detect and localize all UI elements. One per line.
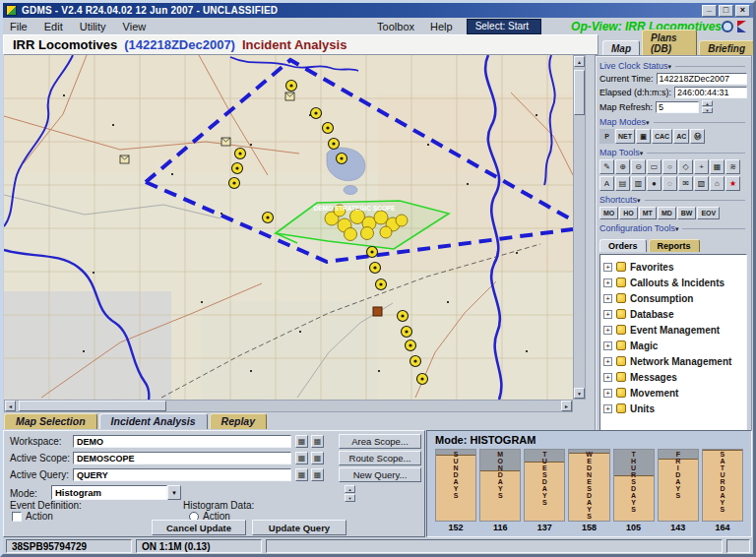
tree-item-favorites[interactable]: +Favorites (603, 259, 743, 275)
mode-dropdown[interactable]: Histogram (51, 485, 181, 500)
unit-marker[interactable] (373, 307, 382, 316)
shortcut-button-md[interactable]: MD (658, 207, 676, 219)
map-tool-icon[interactable]: ⊕ (615, 159, 630, 174)
workspace-field[interactable]: DEMO (73, 435, 291, 448)
map-tool-icon[interactable]: + (694, 159, 709, 174)
minimize-button[interactable] (702, 5, 717, 17)
chevron-down-icon[interactable] (167, 485, 181, 500)
current-time-field[interactable]: 142218ZDec2007 (657, 73, 747, 85)
expand-icon[interactable]: + (603, 310, 612, 319)
map-horizontal-scrollbar[interactable] (4, 400, 573, 412)
new-query-button[interactable]: New Query... (339, 467, 421, 482)
expand-icon[interactable]: + (603, 294, 612, 303)
query-edit-icon[interactable] (311, 468, 324, 481)
tab-plans-db[interactable]: Plans (DB) (642, 30, 697, 55)
tree-item-consumption[interactable]: +Consumption (603, 290, 743, 306)
map-tool-icon[interactable]: ★ (725, 176, 740, 191)
cancel-update-button[interactable]: Cancel Update (152, 520, 246, 535)
tab-map-selection[interactable]: Map Selection (4, 413, 97, 429)
globe-icon[interactable] (722, 21, 733, 32)
tab-incident-analysis[interactable]: Incident Analysis (99, 413, 208, 429)
query-browse-icon[interactable] (295, 468, 308, 481)
horizontal-scroll-thumb[interactable] (19, 401, 166, 411)
menu-file[interactable]: File (10, 21, 28, 32)
tree-item-callouts-incidents[interactable]: +Callouts & Incidents (603, 275, 743, 290)
flag-icon[interactable] (737, 21, 746, 32)
map-refresh-field[interactable]: 5 (656, 101, 699, 113)
shortcut-button-eov[interactable]: EOV (697, 207, 720, 219)
vertical-scroll-thumb[interactable] (574, 70, 585, 115)
expand-icon[interactable]: + (603, 373, 612, 382)
workspace-edit-icon[interactable] (311, 435, 324, 448)
map-tool-icon[interactable]: ▭ (647, 159, 662, 174)
map-tool-icon[interactable]: ▤ (615, 176, 630, 191)
tree-item-database[interactable]: +Database (603, 306, 743, 322)
map-tool-icon[interactable]: ≋ (725, 159, 740, 174)
update-query-button[interactable]: Update Query (252, 520, 346, 535)
tree-item-units[interactable]: +Units (603, 401, 743, 416)
expand-icon[interactable]: + (603, 341, 612, 350)
shortcut-button-bw[interactable]: BW (677, 207, 697, 219)
scope-browse-icon[interactable] (295, 452, 308, 464)
expand-icon[interactable]: + (603, 263, 612, 272)
map-tool-icon[interactable]: ⌂ (710, 176, 724, 191)
tree-item-magic[interactable]: +Magic (603, 338, 743, 353)
config-tab-reports[interactable]: Reports (649, 239, 700, 252)
shortcut-button-mo[interactable]: MO (599, 207, 618, 219)
map-tool-icon[interactable]: A (599, 176, 614, 191)
shortcut-button-mt[interactable]: MT (639, 207, 657, 219)
expand-icon[interactable]: + (603, 278, 612, 287)
scroll-down-icon[interactable] (574, 388, 585, 399)
spinner-down-icon[interactable] (702, 107, 713, 113)
map-tool-icon[interactable]: ▧ (694, 176, 709, 191)
config-tab-orders[interactable]: Orders (599, 239, 647, 252)
map-tool-icon[interactable]: ⊖ (631, 159, 646, 174)
select-mode-box[interactable]: Select: Start (467, 19, 541, 34)
map-tool-icon[interactable]: ▥ (631, 176, 646, 191)
expand-icon[interactable]: + (603, 357, 612, 366)
collapse-icon[interactable] (640, 150, 644, 156)
collapse-icon[interactable] (646, 119, 650, 126)
scope-edit-icon[interactable] (311, 452, 324, 464)
scroll-left-icon[interactable] (5, 401, 16, 411)
map-tool-icon[interactable]: ▦ (710, 159, 724, 174)
map-mode-button-cac[interactable]: CAC (652, 129, 672, 144)
map-tool-icon[interactable]: ◇ (678, 159, 693, 174)
map-mode-button-net[interactable]: NET (615, 129, 635, 144)
scroll-right-icon[interactable] (561, 401, 572, 411)
active-query-field[interactable]: QUERY (73, 468, 291, 481)
map-tool-icon[interactable]: ◌ (662, 176, 677, 191)
tab-map[interactable]: Map (602, 40, 640, 55)
workspace-browse-icon[interactable] (295, 435, 308, 448)
active-scope-field[interactable]: DEMOSCOPE (73, 452, 291, 464)
map-tool-icon[interactable]: ✎ (599, 159, 614, 174)
map-mode-button-ac[interactable]: AC (673, 129, 689, 144)
tree-item-messages[interactable]: +Messages (603, 369, 743, 385)
collapse-icon[interactable] (668, 63, 672, 70)
map-tool-icon[interactable]: ○ (662, 159, 677, 174)
collapse-icon[interactable] (637, 197, 641, 204)
title-bar[interactable]: GDMS - V2.4 R24.04.02 12 Jun 2007 - UNCL… (3, 3, 753, 18)
map-mode-button-[interactable]: Ⓜ (690, 129, 705, 144)
tree-item-movement[interactable]: +Movement (603, 385, 743, 401)
scroll-up-icon[interactable] (574, 56, 585, 67)
tree-item-event-management[interactable]: +Event Management (603, 322, 743, 338)
map-canvas[interactable]: DEMO STRATEGIC SCOPE (4, 55, 573, 400)
route-scope-button[interactable]: Route Scope... (339, 451, 421, 465)
menu-edit[interactable]: Edit (44, 21, 63, 32)
shortcut-button-ho[interactable]: HO (619, 207, 638, 219)
map-tool-icon[interactable]: ✉ (678, 176, 693, 191)
expand-icon[interactable]: + (603, 389, 612, 398)
expand-icon[interactable]: + (603, 404, 612, 413)
tree-item-network-management[interactable]: +Network Management (603, 353, 743, 369)
expand-icon[interactable]: + (603, 326, 612, 335)
menu-toolbox[interactable]: Toolbox (377, 21, 414, 32)
tab-briefing[interactable]: Briefing (699, 40, 754, 55)
panel-scroll-up-icon[interactable]: ▲ (345, 485, 355, 493)
menu-utility[interactable]: Utility (80, 21, 106, 32)
action-checkbox[interactable] (12, 512, 22, 522)
map-mode-button-p[interactable]: P (599, 129, 614, 144)
area-scope-button[interactable]: Area Scope... (339, 434, 421, 449)
map-vertical-scrollbar[interactable] (573, 55, 586, 400)
close-button[interactable] (735, 5, 750, 17)
